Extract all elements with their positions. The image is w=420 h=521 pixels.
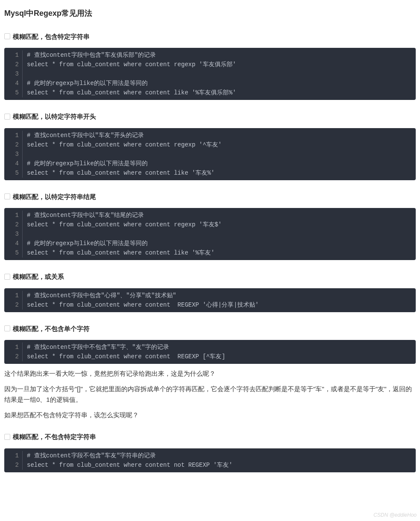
- section-heading-label: 模糊匹配，或关系: [13, 271, 64, 282]
- line-number: 1: [4, 451, 23, 460]
- code-text: select * from club_content where content…: [23, 88, 236, 97]
- code-text: # 查找content字段中以"车友"结尾的记录: [23, 211, 144, 220]
- code-line: 4# 此时的regexp与like的以下用法是等同的: [4, 239, 416, 248]
- line-number: 4: [4, 159, 23, 168]
- code-text: select * from club_content where content…: [23, 248, 215, 258]
- line-number: 1: [4, 131, 23, 140]
- code-text: [23, 69, 27, 79]
- body-paragraph: 这个结果跑出来一看大吃一惊，竟然把所有记录给跑出来，这是为什么呢？: [4, 368, 416, 379]
- code-line: 5select * from club_content where conten…: [4, 168, 416, 180]
- line-number: 1: [4, 342, 23, 352]
- body-paragraph: 如果想匹配不包含特定字符串，该怎么实现呢？: [4, 410, 416, 421]
- code-line: 2select * from club_content where conten…: [4, 220, 416, 229]
- code-line: 2select * from club_content where conten…: [4, 352, 416, 364]
- code-text: select * from club_content where content…: [23, 352, 225, 361]
- code-line: 3: [4, 69, 416, 79]
- line-number: 2: [4, 352, 23, 361]
- code-text: select * from club_content where content…: [23, 168, 215, 178]
- body-paragraph: 因为一旦加了这个方括号"[]"，它就把里面的内容拆成单个的字符再匹配，它会逐个字…: [4, 383, 416, 405]
- code-line: 1# 查找content字段中不包含"车"字、"友"字的记录: [4, 340, 416, 352]
- code-text: # 查找content字段中包含"心得"、"分享"或"技术贴": [23, 291, 176, 300]
- section-heading-label: 模糊匹配，包含特定字符串: [13, 31, 90, 42]
- code-text: select * from club_content where content…: [23, 60, 236, 69]
- code-line: 1# 查找content字段中包含"心得"、"分享"或"技术贴": [4, 288, 416, 300]
- checkbox-icon[interactable]: [4, 193, 10, 199]
- code-line: 2select * from club_content where conten…: [4, 300, 416, 312]
- code-line: 2select * from club_content where conten…: [4, 60, 416, 69]
- line-number: 5: [4, 168, 23, 178]
- code-block: 1# 查找content字段中以"车友"开头的记录2select * from …: [4, 128, 416, 180]
- line-number: 4: [4, 239, 23, 248]
- code-line: 4# 此时的regexp与like的以下用法是等同的: [4, 79, 416, 88]
- code-text: # 查找content字段中不包含"车"字、"友"字的记录: [23, 342, 169, 352]
- section-heading-label: 模糊匹配，不包含单个字符: [13, 323, 90, 334]
- line-number: 2: [4, 460, 23, 470]
- checkbox-icon[interactable]: [4, 434, 10, 440]
- code-line: 4# 此时的regexp与like的以下用法是等同的: [4, 159, 416, 168]
- section-heading: 模糊匹配，不包含特定字符串: [4, 431, 416, 442]
- code-text: select * from club_content where content…: [23, 220, 222, 229]
- code-text: select * from club_content where content…: [23, 300, 259, 310]
- code-line: 5select * from club_content where conten…: [4, 88, 416, 100]
- code-block: 1# 查找content字段中以"车友"结尾的记录2select * from …: [4, 208, 416, 260]
- line-number: 2: [4, 140, 23, 149]
- line-number: 5: [4, 248, 23, 258]
- line-number: 1: [4, 291, 23, 300]
- code-text: # 此时的regexp与like的以下用法是等同的: [23, 159, 148, 168]
- code-text: # 查找content字段中以"车友"开头的记录: [23, 131, 144, 140]
- line-number: 2: [4, 300, 23, 310]
- section-heading: 模糊匹配，包含特定字符串: [4, 31, 416, 42]
- code-line: 1# 查找content字段中包含"车友俱乐部"的记录: [4, 48, 416, 60]
- code-line: 1# 查找content字段中以"车友"开头的记录: [4, 128, 416, 140]
- code-text: [23, 149, 27, 159]
- code-text: # 此时的regexp与like的以下用法是等同的: [23, 239, 148, 248]
- section-heading-label: 模糊匹配，以特定字符串结尾: [13, 191, 96, 202]
- code-block: 1# 查找content字段中不包含"车"字、"友"字的记录2select * …: [4, 340, 416, 364]
- code-text: [23, 229, 27, 239]
- code-text: # 查找content字段中包含"车友俱乐部"的记录: [23, 50, 156, 60]
- section-heading: 模糊匹配，以特定字符串结尾: [4, 191, 416, 202]
- code-line: 1# 查找content字段不包含"车友"字符串的记录: [4, 448, 416, 460]
- code-text: select * from club_content where content…: [23, 140, 222, 149]
- code-line: 2select * from club_content where conten…: [4, 460, 416, 472]
- section-heading-label: 模糊匹配，以特定字符串开头: [13, 111, 96, 122]
- line-number: 3: [4, 149, 23, 159]
- code-block: 1# 查找content字段中包含"心得"、"分享"或"技术贴"2select …: [4, 288, 416, 312]
- code-text: # 查找content字段不包含"车友"字符串的记录: [23, 451, 156, 460]
- checkbox-icon[interactable]: [4, 325, 10, 331]
- line-number: 4: [4, 79, 23, 88]
- line-number: 1: [4, 50, 23, 60]
- page-title: Mysql中Regexp常见用法: [4, 7, 416, 20]
- line-number: 3: [4, 229, 23, 239]
- code-line: 3: [4, 229, 416, 239]
- code-line: 2select * from club_content where conten…: [4, 140, 416, 149]
- code-line: 5select * from club_content where conten…: [4, 248, 416, 260]
- line-number: 3: [4, 69, 23, 79]
- checkbox-icon[interactable]: [4, 33, 10, 39]
- checkbox-icon[interactable]: [4, 274, 10, 280]
- line-number: 1: [4, 211, 23, 220]
- section-heading-label: 模糊匹配，不包含特定字符串: [13, 431, 96, 442]
- checkbox-icon[interactable]: [4, 114, 10, 120]
- code-text: # 此时的regexp与like的以下用法是等同的: [23, 79, 148, 88]
- section-heading: 模糊匹配，不包含单个字符: [4, 323, 416, 334]
- line-number: 2: [4, 60, 23, 69]
- code-line: 3: [4, 149, 416, 159]
- code-text: select * from club_content where content…: [23, 460, 233, 470]
- code-block: 1# 查找content字段中包含"车友俱乐部"的记录2select * fro…: [4, 48, 416, 100]
- code-block: 1# 查找content字段不包含"车友"字符串的记录2select * fro…: [4, 448, 416, 472]
- line-number: 5: [4, 88, 23, 97]
- line-number: 2: [4, 220, 23, 229]
- section-heading: 模糊匹配，或关系: [4, 271, 416, 282]
- section-heading: 模糊匹配，以特定字符串开头: [4, 111, 416, 122]
- code-line: 1# 查找content字段中以"车友"结尾的记录: [4, 208, 416, 220]
